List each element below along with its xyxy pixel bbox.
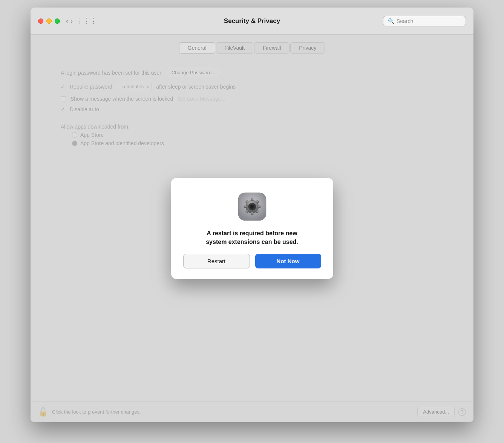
search-input[interactable]: Search (397, 18, 461, 24)
dialog-message: A restart is required before newsystem e… (206, 229, 298, 246)
restart-button[interactable]: Restart (183, 254, 250, 268)
grid-button[interactable]: ⋮⋮⋮ (77, 17, 97, 25)
search-icon: 🔍 (388, 18, 394, 24)
traffic-lights (38, 18, 60, 24)
svg-rect-5 (251, 212, 253, 215)
minimize-button[interactable] (46, 18, 52, 24)
maximize-button[interactable] (55, 18, 60, 24)
search-box[interactable]: 🔍 Search (383, 16, 466, 26)
not-now-button[interactable]: Not Now (255, 254, 321, 268)
nav-buttons: ‹ › (66, 18, 73, 25)
main-window: ‹ › ⋮⋮⋮ Security & Privacy 🔍 Search Gene… (31, 8, 473, 422)
svg-point-3 (250, 205, 254, 209)
titlebar: ‹ › ⋮⋮⋮ Security & Privacy 🔍 Search (31, 8, 473, 35)
svg-rect-6 (244, 205, 247, 208)
close-button[interactable] (38, 18, 43, 24)
restart-dialog: A restart is required before newsystem e… (171, 178, 333, 279)
system-preferences-icon (237, 192, 267, 222)
svg-rect-7 (257, 205, 260, 208)
window-title: Security & Privacy (224, 17, 280, 25)
forward-button[interactable]: › (70, 18, 73, 25)
dialog-buttons: Restart Not Now (183, 254, 321, 268)
modal-overlay: A restart is required before newsystem e… (31, 35, 473, 422)
back-button[interactable]: ‹ (66, 18, 68, 25)
